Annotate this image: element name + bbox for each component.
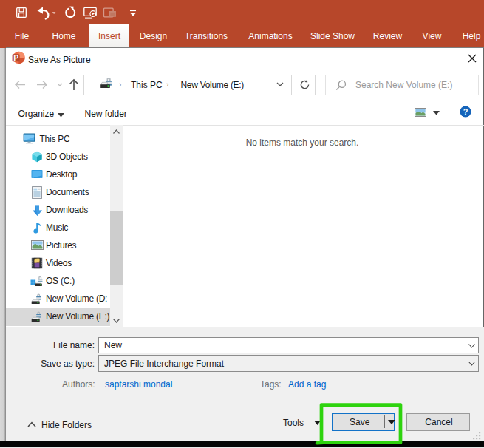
svg-text:P: P <box>13 53 18 62</box>
svg-text:?: ? <box>463 107 468 116</box>
